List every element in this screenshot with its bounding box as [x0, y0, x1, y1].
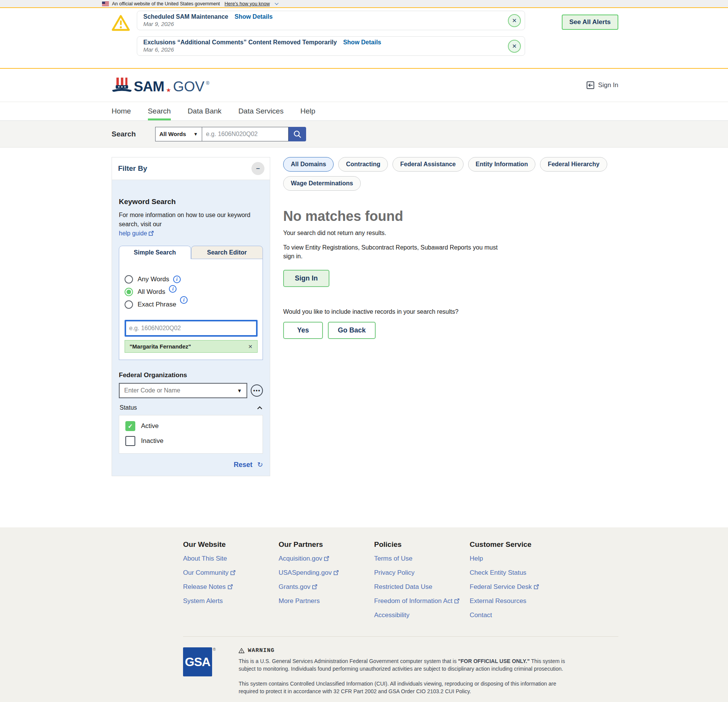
site-footer: Our Website About This Site Our Communit…: [0, 527, 728, 702]
footer-link-check-entity-status[interactable]: Check Entity Status: [470, 569, 539, 577]
sign-in-button[interactable]: Sign In: [283, 270, 329, 287]
footer-link-privacy-policy[interactable]: Privacy Policy: [374, 569, 470, 577]
global-search-input[interactable]: [202, 127, 289, 141]
warning-title: WARNING: [248, 647, 274, 654]
keyword-tag-label: "Margarita Fernandez": [130, 343, 191, 350]
tab-simple-search[interactable]: Simple Search: [119, 246, 191, 259]
nav-item-home[interactable]: Home: [112, 102, 131, 120]
checkbox-active: ✓: [125, 421, 135, 431]
footer-column-our-partners: Our Partners Acquisition.gov USASpending…: [279, 540, 374, 626]
checkbox-inactive-row[interactable]: Inactive: [125, 436, 256, 446]
alert-date: Mar 9, 2026: [143, 21, 500, 27]
federal-org-combobox[interactable]: Enter Code or Name ▼: [119, 383, 247, 398]
footer-link-contact[interactable]: Contact: [470, 611, 539, 619]
radio-all-words[interactable]: [125, 288, 133, 296]
tab-search-editor[interactable]: Search Editor: [191, 246, 263, 259]
search-mode-select[interactable]: All Words ▼: [155, 127, 202, 141]
go-back-button[interactable]: Go Back: [328, 322, 376, 339]
footer-link-more-partners[interactable]: More Partners: [279, 597, 374, 605]
warning-triangle-icon: [112, 13, 130, 33]
search-mode-value: All Words: [159, 131, 186, 137]
checkbox-active-row[interactable]: ✓ Active: [125, 421, 256, 431]
see-all-alerts-button[interactable]: See All Alerts: [562, 15, 618, 30]
minus-icon: −: [256, 165, 260, 172]
status-section-toggle[interactable]: Status: [119, 404, 263, 411]
domain-pill-entity-information[interactable]: Entity Information: [468, 157, 536, 172]
ellipsis-icon: ●●●: [253, 389, 260, 392]
alert-title: Scheduled SAM Maintenance: [143, 13, 228, 20]
footer-link-foia[interactable]: Freedom of Information Act: [374, 597, 470, 605]
footer-link-usaspending-gov[interactable]: USASpending.gov: [279, 569, 374, 577]
footer-column-title: Policies: [374, 540, 470, 549]
keyword-input[interactable]: [125, 320, 258, 337]
warning-outline-icon: [238, 648, 245, 653]
footer-link-release-notes[interactable]: Release Notes: [183, 583, 279, 591]
simple-search-panel: Any Words i All Words i Exact Phrase i "…: [119, 259, 263, 360]
external-link-icon: [228, 584, 233, 589]
footer-link-restricted-data-use[interactable]: Restricted Data Use: [374, 583, 470, 591]
how-you-know-link[interactable]: Here's how you know: [225, 1, 270, 6]
uncle-sam-hat-icon: [112, 77, 132, 93]
yes-button[interactable]: Yes: [283, 322, 323, 339]
alert-date: Mar 6, 2026: [143, 46, 500, 53]
footer-link-federal-service-desk[interactable]: Federal Service Desk: [470, 583, 539, 591]
alert-close-button[interactable]: ✕: [508, 40, 521, 53]
show-details-link[interactable]: Show Details: [235, 13, 273, 20]
collapse-filters-button[interactable]: −: [251, 162, 264, 175]
status-options: ✓ Active Inactive: [119, 415, 263, 454]
domain-pill-federal-hierarchy[interactable]: Federal Hierarchy: [540, 157, 607, 172]
external-link-icon: [230, 570, 235, 575]
checkbox-inactive: [125, 436, 135, 446]
nav-item-search[interactable]: Search: [148, 102, 171, 120]
search-label: Search: [112, 130, 155, 138]
footer-column-title: Our Partners: [279, 540, 374, 549]
alert-close-button[interactable]: ✕: [508, 14, 521, 27]
domain-pill-all-domains[interactable]: All Domains: [283, 157, 334, 172]
footer-link-accessibility[interactable]: Accessibility: [374, 611, 470, 619]
show-details-link[interactable]: Show Details: [343, 39, 381, 45]
sam-gov-logo[interactable]: SAM ★ GOV ®: [112, 77, 209, 94]
help-guide-link[interactable]: help guide: [119, 230, 147, 237]
reset-icon[interactable]: ↻: [257, 461, 263, 469]
domain-pill-federal-assistance[interactable]: Federal Assistance: [392, 157, 463, 172]
sign-in-icon: [586, 81, 595, 89]
close-icon: ✕: [512, 17, 517, 24]
close-icon: ✕: [512, 43, 517, 49]
sign-in-label: Sign In: [598, 81, 618, 89]
include-inactive-question: Would you like to include inactive recor…: [283, 308, 618, 315]
footer-link-help[interactable]: Help: [470, 555, 539, 563]
footer-link-grants-gov[interactable]: Grants.gov: [279, 583, 374, 591]
nav-item-data-bank[interactable]: Data Bank: [188, 102, 222, 120]
radio-exact-phrase[interactable]: [125, 300, 133, 309]
nav-item-data-services[interactable]: Data Services: [238, 102, 284, 120]
reset-filters-link[interactable]: Reset: [233, 461, 252, 469]
nav-item-help[interactable]: Help: [300, 102, 315, 120]
federal-org-more-button[interactable]: ●●●: [251, 384, 263, 397]
footer-link-about-this-site[interactable]: About This Site: [183, 555, 279, 563]
site-header: SAM ★ GOV ® Sign In: [0, 69, 728, 102]
status-label: Status: [120, 404, 137, 411]
footer-link-external-resources[interactable]: External Resources: [470, 597, 539, 605]
info-icon[interactable]: i: [180, 296, 188, 304]
footer-link-our-community[interactable]: Our Community: [183, 569, 279, 577]
caret-down-icon: ▼: [237, 388, 242, 394]
gsa-registered-mark: ®: [213, 647, 216, 652]
checkbox-active-label: Active: [141, 422, 159, 430]
footer-link-terms-of-use[interactable]: Terms of Use: [374, 555, 470, 563]
checkbox-inactive-label: Inactive: [141, 437, 164, 445]
footer-link-system-alerts[interactable]: System Alerts: [183, 597, 279, 605]
domain-pill-wage-determinations[interactable]: Wage Determinations: [283, 176, 361, 191]
info-icon[interactable]: i: [169, 285, 177, 293]
alert-card: Scheduled SAM Maintenance Show Details M…: [137, 11, 525, 30]
chevron-down-icon: [275, 1, 279, 5]
gsa-logo: GSA: [183, 647, 212, 676]
federal-organizations-heading: Federal Organizations: [119, 371, 263, 379]
domain-pill-contracting[interactable]: Contracting: [338, 157, 388, 172]
search-band: Search All Words ▼: [0, 121, 728, 148]
radio-any-words[interactable]: [125, 275, 133, 284]
remove-tag-icon[interactable]: ✕: [248, 344, 253, 350]
info-icon[interactable]: i: [173, 276, 181, 283]
footer-link-acquisition-gov[interactable]: Acquisition.gov: [279, 555, 374, 563]
search-submit-button[interactable]: [289, 127, 306, 141]
header-sign-in-link[interactable]: Sign In: [586, 81, 618, 89]
